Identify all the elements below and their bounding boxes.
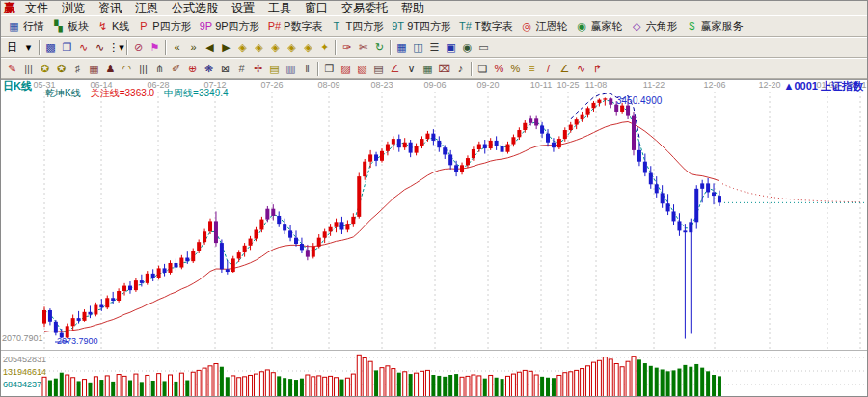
hatch-red-icon[interactable]: ▨: [338, 61, 354, 77]
more-options-dropdown[interactable]: ⋮▾: [108, 40, 124, 56]
note-pad-icon[interactable]: ▤: [370, 61, 387, 77]
pen-icon[interactable]: ✎: [4, 61, 20, 77]
brush-icon[interactable]: ✐: [168, 61, 184, 77]
parallel-lines-icon[interactable]: ≡: [524, 61, 540, 77]
indicator-name: 乾坤K线: [45, 89, 81, 98]
menu-item-设置[interactable]: 设置: [225, 0, 261, 16]
refresh-icon[interactable]: ↻: [371, 40, 388, 56]
flag-icon[interactable]: ⚑: [147, 40, 163, 56]
grid2-icon[interactable]: ▦: [420, 61, 436, 77]
hand-write-icon[interactable]: ✑: [339, 40, 355, 56]
expand-h-icon[interactable]: ◈: [251, 40, 267, 56]
cut-icon[interactable]: ✄: [355, 40, 371, 56]
gann-angle-icon[interactable]: ∠: [556, 61, 573, 77]
indicator-curve2-icon[interactable]: ∿: [92, 40, 108, 56]
gann-wheel-button[interactable]: ◎江恩轮: [517, 17, 572, 35]
columns-icon[interactable]: ‖: [299, 61, 315, 77]
t-square-button[interactable]: TT四方形: [326, 17, 388, 35]
gann-box-icon[interactable]: ▦: [86, 61, 102, 77]
quotes-button-label: 行情: [23, 19, 44, 34]
winner-wheel-button[interactable]: ◉赢家轮: [572, 17, 627, 35]
crosshair-target-icon[interactable]: ⊕: [184, 61, 201, 77]
print-icon[interactable]: ▭: [475, 40, 492, 56]
candlestick-chart[interactable]: 05-3106-1406-2807-1207-2608-0908-2309-06…: [1, 80, 867, 397]
restore-zoom-icon[interactable]: ✦: [316, 40, 333, 56]
vertical-lines-icon[interactable]: |||: [20, 61, 37, 77]
fit-screen-icon[interactable]: ◈: [300, 40, 316, 56]
panel-strip-icon[interactable]: ▥: [283, 61, 299, 77]
ruler-ticks-icon[interactable]: #: [233, 61, 250, 77]
figure-icon[interactable]: ♟: [102, 61, 119, 77]
prev-bar-icon[interactable]: ◀: [202, 40, 218, 56]
list-icon[interactable]: ☰: [426, 40, 443, 56]
new-chart-icon[interactable]: ❐: [59, 40, 75, 56]
preview-icon[interactable]: ◉: [459, 40, 475, 56]
fan-lines-icon[interactable]: ⋔: [151, 61, 168, 77]
vertical-lines-icon: |||: [22, 62, 35, 75]
save-icon[interactable]: ▣: [443, 40, 459, 56]
cancel-box-icon[interactable]: ⌧: [436, 61, 452, 77]
calendar-21-icon[interactable]: ▦: [393, 40, 410, 56]
period-dropdown[interactable]: ▾: [20, 40, 37, 56]
percent2-icon[interactable]: %: [507, 61, 524, 77]
kline-button[interactable]: ↯K线: [93, 17, 133, 35]
gold-coin-icon[interactable]: ✪: [37, 61, 53, 77]
svg-text:08-09: 08-09: [317, 80, 339, 90]
first-page-icon[interactable]: «: [169, 40, 185, 56]
angle-icon[interactable]: ∠: [387, 61, 403, 77]
ninep-square-button[interactable]: 9P9P四方形: [196, 17, 264, 35]
p-square-button[interactable]: PP四方形: [133, 17, 195, 35]
next-bar-icon[interactable]: ▶: [218, 40, 234, 56]
menu-item-文件[interactable]: 文件: [18, 0, 55, 16]
arrow-mark-icon[interactable]: ↱: [589, 61, 606, 77]
t-table-button[interactable]: T#T数字表: [455, 17, 517, 35]
report-table-icon[interactable]: ◫: [410, 40, 426, 56]
trend-slash-icon[interactable]: /: [540, 61, 556, 77]
bars-icon[interactable]: |||: [135, 61, 151, 77]
compress-v-icon[interactable]: ◈: [267, 40, 284, 56]
retrace-percent-icon[interactable]: %: [491, 61, 507, 77]
measure-box-icon[interactable]: ❏: [475, 61, 491, 77]
wave-icon[interactable]: ∿: [573, 61, 589, 77]
hexagon-button[interactable]: ◇六角形: [627, 17, 682, 35]
check-line-icon[interactable]: ∨: [403, 61, 420, 77]
gann-grid-icon[interactable]: ♯: [69, 61, 86, 77]
compress-h-icon[interactable]: ◈: [234, 40, 251, 56]
winner-service-button[interactable]: $赢家服务: [682, 17, 747, 35]
marker-drop-icon[interactable]: ✢: [250, 61, 266, 77]
compress-h-icon: ◈: [236, 40, 249, 54]
arc-icon[interactable]: ◠: [119, 61, 135, 77]
frame-select-icon[interactable]: ⊠: [217, 61, 233, 77]
pattern-window-icon[interactable]: ▩: [42, 40, 59, 56]
sectors-button: ▚: [52, 19, 65, 33]
menu-item-窗口[interactable]: 窗口: [298, 0, 335, 16]
menu-item-浏览[interactable]: 浏览: [55, 0, 92, 16]
sectors-button[interactable]: ▚板块: [48, 17, 93, 35]
ninet-square-button-label: 9T四方形: [407, 19, 451, 34]
menu-item-资讯[interactable]: 资讯: [92, 0, 128, 16]
p-table-button[interactable]: P#P数字表: [264, 17, 327, 35]
notes-icon[interactable]: ♪: [452, 61, 469, 77]
parallel-lines-icon: ≡: [526, 62, 538, 75]
menu-bar-items: 文件浏览资讯江恩公式选股设置工具窗口交易委托帮助: [18, 0, 431, 16]
menu-item-交易委托[interactable]: 交易委托: [335, 0, 394, 16]
window-frame-icon[interactable]: ❒: [321, 61, 338, 77]
hatch2-icon[interactable]: ▧: [354, 61, 370, 77]
menu-item-江恩[interactable]: 江恩: [128, 0, 165, 16]
angle-icon: ∠: [389, 62, 401, 75]
expand-v-icon[interactable]: ◈: [284, 40, 300, 56]
menu-item-工具[interactable]: 工具: [261, 0, 298, 16]
period-day-button[interactable]: 日: [4, 40, 20, 56]
last-page-icon[interactable]: »: [185, 40, 202, 56]
save-icon: ▣: [445, 40, 457, 54]
erase-draw-icon[interactable]: ⊘: [130, 40, 147, 56]
menu-item-帮助[interactable]: 帮助: [394, 0, 431, 16]
wheel-spokes-icon[interactable]: ❋: [201, 61, 217, 77]
gold-bars-icon[interactable]: ▤: [266, 61, 283, 77]
gold-coin2-icon[interactable]: ✪: [53, 61, 69, 77]
indicator-curve-icon[interactable]: ∿: [75, 40, 92, 56]
ninet-square-button[interactable]: 9T9T四方形: [388, 17, 455, 35]
ninep-square-button-label: 9P四方形: [215, 19, 259, 34]
menu-item-公式选股[interactable]: 公式选股: [165, 0, 225, 16]
quotes-button[interactable]: ▦行情: [4, 17, 48, 35]
